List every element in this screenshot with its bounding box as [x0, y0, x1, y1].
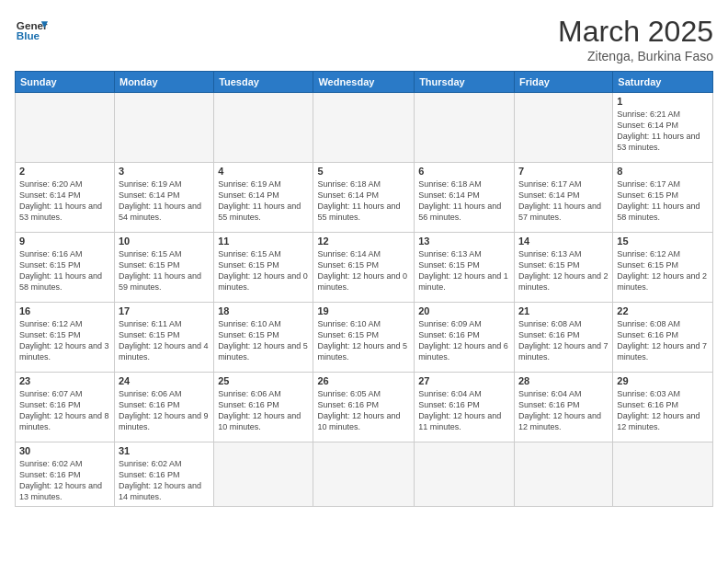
day-number: 25: [218, 375, 309, 386]
table-row: 26Sunrise: 6:05 AM Sunset: 6:16 PM Dayli…: [313, 373, 415, 442]
generalblue-logo-icon: General Blue: [15, 15, 48, 48]
table-row: 2Sunrise: 6:20 AM Sunset: 6:14 PM Daylig…: [16, 163, 115, 233]
day-info: Sunrise: 6:13 AM Sunset: 6:15 PM Dayligh…: [518, 248, 609, 293]
day-number: 10: [119, 236, 210, 247]
table-row: 21Sunrise: 6:08 AM Sunset: 6:16 PM Dayli…: [514, 303, 612, 373]
day-number: 6: [418, 166, 510, 177]
day-number: 26: [317, 375, 410, 386]
table-row: [16, 93, 115, 163]
table-row: 27Sunrise: 6:04 AM Sunset: 6:16 PM Dayli…: [415, 373, 515, 442]
day-info: Sunrise: 6:02 AM Sunset: 6:16 PM Dayligh…: [119, 458, 210, 503]
day-info: Sunrise: 6:17 AM Sunset: 6:15 PM Dayligh…: [617, 178, 709, 224]
header: General Blue March 2025 Zitenga, Burkina…: [15, 15, 713, 63]
day-info: Sunrise: 6:09 AM Sunset: 6:16 PM Dayligh…: [418, 318, 510, 363]
table-row: 28Sunrise: 6:04 AM Sunset: 6:16 PM Dayli…: [514, 373, 612, 442]
col-thursday: Thursday: [415, 72, 515, 93]
day-number: 18: [218, 305, 309, 316]
calendar-table: Sunday Monday Tuesday Wednesday Thursday…: [15, 71, 713, 507]
table-row: [214, 442, 313, 507]
table-row: 15Sunrise: 6:12 AM Sunset: 6:15 PM Dayli…: [613, 233, 713, 303]
day-info: Sunrise: 6:14 AM Sunset: 6:15 PM Dayligh…: [317, 248, 410, 293]
day-number: 11: [218, 236, 309, 247]
day-number: 12: [317, 236, 410, 247]
day-info: Sunrise: 6:18 AM Sunset: 6:14 PM Dayligh…: [317, 178, 410, 224]
table-row: 23Sunrise: 6:07 AM Sunset: 6:16 PM Dayli…: [16, 373, 115, 442]
day-number: 7: [518, 166, 609, 177]
calendar-page: General Blue March 2025 Zitenga, Burkina…: [0, 0, 728, 563]
day-info: Sunrise: 6:12 AM Sunset: 6:15 PM Dayligh…: [19, 318, 110, 363]
day-info: Sunrise: 6:04 AM Sunset: 6:16 PM Dayligh…: [518, 388, 609, 433]
day-info: Sunrise: 6:04 AM Sunset: 6:16 PM Dayligh…: [418, 388, 510, 433]
location-subtitle: Zitenga, Burkina Faso: [558, 49, 713, 63]
day-number: 3: [119, 166, 210, 177]
table-row: 12Sunrise: 6:14 AM Sunset: 6:15 PM Dayli…: [313, 233, 415, 303]
day-number: 20: [418, 305, 510, 316]
table-row: 18Sunrise: 6:10 AM Sunset: 6:15 PM Dayli…: [214, 303, 313, 373]
table-row: [214, 93, 313, 163]
day-info: Sunrise: 6:19 AM Sunset: 6:14 PM Dayligh…: [119, 178, 210, 224]
day-info: Sunrise: 6:03 AM Sunset: 6:16 PM Dayligh…: [617, 388, 709, 433]
day-info: Sunrise: 6:07 AM Sunset: 6:16 PM Dayligh…: [19, 388, 110, 433]
table-row: [313, 442, 415, 507]
table-row: 7Sunrise: 6:17 AM Sunset: 6:14 PM Daylig…: [514, 163, 612, 233]
table-row: 1Sunrise: 6:21 AM Sunset: 6:14 PM Daylig…: [613, 93, 713, 163]
table-row: 3Sunrise: 6:19 AM Sunset: 6:14 PM Daylig…: [114, 163, 213, 233]
day-info: Sunrise: 6:18 AM Sunset: 6:14 PM Dayligh…: [418, 178, 510, 224]
day-number: 29: [617, 375, 709, 386]
table-row: 4Sunrise: 6:19 AM Sunset: 6:14 PM Daylig…: [214, 163, 313, 233]
day-info: Sunrise: 6:15 AM Sunset: 6:15 PM Dayligh…: [119, 248, 210, 293]
table-row: 5Sunrise: 6:18 AM Sunset: 6:14 PM Daylig…: [313, 163, 415, 233]
table-row: 25Sunrise: 6:06 AM Sunset: 6:16 PM Dayli…: [214, 373, 313, 442]
day-number: 23: [19, 375, 110, 386]
day-number: 28: [518, 375, 609, 386]
table-row: 24Sunrise: 6:06 AM Sunset: 6:16 PM Dayli…: [114, 373, 213, 442]
day-info: Sunrise: 6:15 AM Sunset: 6:15 PM Dayligh…: [218, 248, 309, 293]
day-info: Sunrise: 6:17 AM Sunset: 6:14 PM Dayligh…: [518, 178, 609, 224]
day-info: Sunrise: 6:06 AM Sunset: 6:16 PM Dayligh…: [218, 388, 309, 433]
col-saturday: Saturday: [613, 72, 713, 93]
day-number: 30: [19, 445, 110, 456]
day-number: 14: [518, 236, 609, 247]
table-row: 29Sunrise: 6:03 AM Sunset: 6:16 PM Dayli…: [613, 373, 713, 442]
day-number: 2: [19, 166, 110, 177]
col-friday: Friday: [514, 72, 612, 93]
day-number: 24: [119, 375, 210, 386]
day-number: 1: [617, 96, 709, 107]
day-info: Sunrise: 6:11 AM Sunset: 6:15 PM Dayligh…: [119, 318, 210, 363]
table-row: [114, 93, 213, 163]
day-info: Sunrise: 6:10 AM Sunset: 6:15 PM Dayligh…: [317, 318, 410, 363]
day-info: Sunrise: 6:10 AM Sunset: 6:15 PM Dayligh…: [218, 318, 309, 363]
table-row: 20Sunrise: 6:09 AM Sunset: 6:16 PM Dayli…: [415, 303, 515, 373]
day-number: 5: [317, 166, 410, 177]
col-sunday: Sunday: [16, 72, 115, 93]
table-row: 31Sunrise: 6:02 AM Sunset: 6:16 PM Dayli…: [114, 442, 213, 507]
table-row: [415, 93, 515, 163]
day-info: Sunrise: 6:16 AM Sunset: 6:15 PM Dayligh…: [19, 248, 110, 293]
col-wednesday: Wednesday: [313, 72, 415, 93]
title-block: March 2025 Zitenga, Burkina Faso: [558, 15, 713, 63]
calendar-header-row: Sunday Monday Tuesday Wednesday Thursday…: [16, 72, 713, 93]
day-number: 13: [418, 236, 510, 247]
table-row: [514, 442, 612, 507]
day-info: Sunrise: 6:05 AM Sunset: 6:16 PM Dayligh…: [317, 388, 410, 433]
table-row: 11Sunrise: 6:15 AM Sunset: 6:15 PM Dayli…: [214, 233, 313, 303]
table-row: [613, 442, 713, 507]
day-number: 22: [617, 305, 709, 316]
day-number: 16: [19, 305, 110, 316]
day-number: 31: [119, 445, 210, 456]
day-info: Sunrise: 6:13 AM Sunset: 6:15 PM Dayligh…: [418, 248, 510, 293]
table-row: 10Sunrise: 6:15 AM Sunset: 6:15 PM Dayli…: [114, 233, 213, 303]
col-tuesday: Tuesday: [214, 72, 313, 93]
svg-text:Blue: Blue: [17, 29, 40, 41]
month-title: March 2025: [558, 15, 713, 49]
table-row: [514, 93, 612, 163]
day-info: Sunrise: 6:06 AM Sunset: 6:16 PM Dayligh…: [119, 388, 210, 433]
day-number: 9: [19, 236, 110, 247]
day-info: Sunrise: 6:19 AM Sunset: 6:14 PM Dayligh…: [218, 178, 309, 224]
table-row: 16Sunrise: 6:12 AM Sunset: 6:15 PM Dayli…: [16, 303, 115, 373]
day-info: Sunrise: 6:02 AM Sunset: 6:16 PM Dayligh…: [19, 458, 110, 503]
table-row: [415, 442, 515, 507]
day-number: 19: [317, 305, 410, 316]
day-info: Sunrise: 6:21 AM Sunset: 6:14 PM Dayligh…: [617, 109, 709, 154]
day-info: Sunrise: 6:08 AM Sunset: 6:16 PM Dayligh…: [518, 318, 609, 363]
